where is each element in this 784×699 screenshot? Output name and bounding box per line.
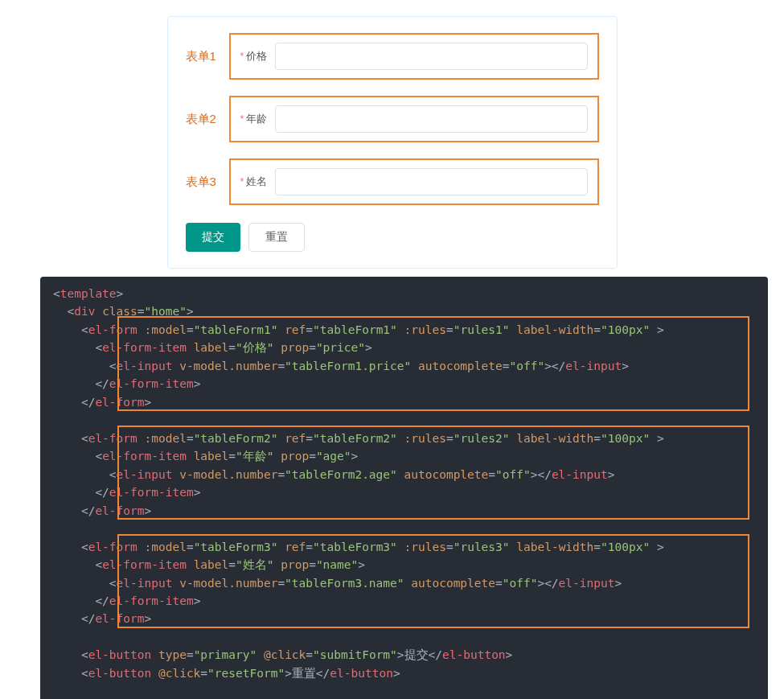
form-field-label: *年龄 xyxy=(240,112,268,126)
form-row-prefix: 表单1 xyxy=(186,49,229,64)
price-input[interactable] xyxy=(275,43,587,70)
form-field-box: *价格 xyxy=(229,33,599,80)
code-panel: <template> <div class="home"> <el-form :… xyxy=(40,277,768,699)
form-field-label: *价格 xyxy=(240,49,268,64)
form-row-prefix: 表单2 xyxy=(186,112,229,127)
required-star-icon: * xyxy=(240,113,244,125)
form-panel: 表单1 *价格 表单2 *年龄 表单3 *姓名 提交 重置 xyxy=(167,16,618,269)
button-row: 提交 重置 xyxy=(186,223,599,252)
form-field-box: *年龄 xyxy=(229,96,599,142)
form-row-prefix: 表单3 xyxy=(186,175,229,190)
submit-button[interactable]: 提交 xyxy=(186,223,240,252)
code-block: <template> <div class="home"> <el-form :… xyxy=(53,285,755,699)
form-row-3: 表单3 *姓名 xyxy=(186,158,599,205)
reset-button[interactable]: 重置 xyxy=(248,223,305,252)
form-row-2: 表单2 *年龄 xyxy=(186,96,599,142)
form-field-label: *姓名 xyxy=(240,175,268,189)
form-field-box: *姓名 xyxy=(229,158,599,205)
name-input[interactable] xyxy=(275,168,587,195)
required-star-icon: * xyxy=(240,51,244,62)
form-row-1: 表单1 *价格 xyxy=(186,33,599,80)
required-star-icon: * xyxy=(240,176,244,187)
age-input[interactable] xyxy=(275,105,587,133)
